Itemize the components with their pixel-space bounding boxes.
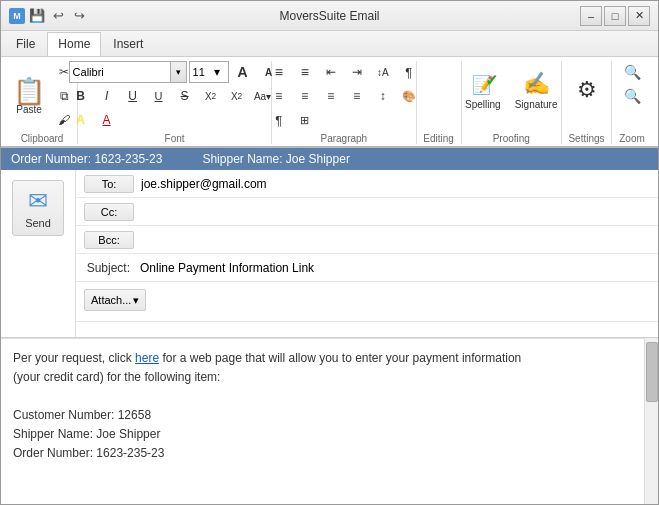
to-input[interactable] [137, 175, 658, 193]
signature-label: Signature [515, 99, 558, 110]
bullets-button[interactable]: ≡ [267, 61, 291, 83]
body-link[interactable]: here [135, 351, 159, 365]
order-info: Order Number: 1623-235-23 [11, 152, 162, 166]
underline2-button[interactable]: U [147, 85, 171, 107]
settings-button[interactable]: ⚙ [567, 61, 607, 119]
line-spacing-button[interactable]: ↕ [371, 85, 395, 107]
paragraph-group: ≡ ≡ ⇤ ⇥ ↕A ¶ ≡ ≡ ≡ ≡ ↕ 🎨 ¶ ⊞ [272, 61, 416, 144]
body-line1-before: Per your request, click [13, 351, 135, 365]
highlight-color-button[interactable]: A [69, 109, 93, 131]
send-label: Send [25, 217, 51, 229]
sort-button[interactable]: ↕A [371, 61, 395, 83]
bcc-input[interactable] [137, 231, 658, 249]
to-field-row: To: [76, 170, 658, 198]
spelling-button[interactable]: 📝 ✓ Spelling [460, 61, 506, 119]
body-line-2: (your credit card) for the following ite… [13, 368, 632, 387]
attach-label: Attach... [91, 294, 131, 306]
email-container: ✉ Send To: Cc: Bcc: Subject [1, 170, 658, 504]
window-controls: – □ ✕ [580, 6, 650, 26]
font-grow-button[interactable]: A [231, 61, 255, 83]
quick-access-toolbar: M 💾 ↩ ↪ [9, 7, 88, 25]
email-body[interactable]: Per your request, click here for a web p… [1, 338, 644, 505]
decrease-indent-button[interactable]: ⇤ [319, 61, 343, 83]
font-label: Font [165, 131, 185, 144]
paragraph-row-1: ≡ ≡ ⇤ ⇥ ↕A ¶ [267, 61, 421, 83]
cc-button[interactable]: Cc: [84, 203, 134, 221]
zoom-out-button[interactable]: 🔍 [620, 85, 644, 107]
align-center-button[interactable]: ≡ [293, 85, 317, 107]
cc-input[interactable] [137, 203, 658, 221]
clipboard-label: Clipboard [21, 131, 64, 144]
strikethrough-button[interactable]: S [173, 85, 197, 107]
minimize-button[interactable]: – [580, 6, 602, 26]
align-right-button[interactable]: ≡ [319, 85, 343, 107]
undo-quick-btn[interactable]: ↩ [49, 7, 67, 25]
bold-button[interactable]: B [69, 85, 93, 107]
close-button[interactable]: ✕ [628, 6, 650, 26]
increase-indent-button[interactable]: ⇥ [345, 61, 369, 83]
subject-input[interactable] [136, 259, 658, 277]
scroll-thumb[interactable] [646, 342, 658, 402]
paragraph-row-2: ≡ ≡ ≡ ≡ ↕ 🎨 [267, 85, 421, 107]
align-left-button[interactable]: ≡ [267, 85, 291, 107]
justify-button[interactable]: ≡ [345, 85, 369, 107]
paragraph-mark-button[interactable]: ¶ [267, 109, 291, 131]
shipper-value: Joe Shipper [286, 152, 350, 166]
proofing-group: 📝 ✓ Spelling ✍ Signature Proofing [462, 61, 562, 144]
proofing-group-content: 📝 ✓ Spelling ✍ Signature [460, 61, 562, 131]
paste-label: Paste [16, 104, 42, 115]
shipper-info: Shipper Name: Joe Shipper [202, 152, 349, 166]
font-size-dropdown-arrow[interactable]: ▾ [214, 65, 220, 79]
redo-quick-btn[interactable]: ↪ [70, 7, 88, 25]
underline-button[interactable]: U [121, 85, 145, 107]
tab-home[interactable]: Home [47, 32, 101, 56]
italic-button[interactable]: I [95, 85, 119, 107]
app-icon: M [9, 8, 25, 24]
subject-label: Subject: [76, 261, 136, 275]
to-button[interactable]: To: [84, 175, 134, 193]
send-button[interactable]: ✉ Send [12, 180, 64, 236]
send-icon: ✉ [28, 187, 48, 215]
cc-field-row: Cc: [76, 198, 658, 226]
font-color-button[interactable]: A [95, 109, 119, 131]
shipper-label: Shipper Name: [202, 152, 282, 166]
title-bar: M 💾 ↩ ↪ MoversSuite Email – □ ✕ [1, 1, 658, 31]
zoom-group: 🔍 🔍 Zoom [612, 61, 652, 144]
paste-button[interactable]: 📋 Paste [8, 67, 50, 125]
paragraph-group-content: ≡ ≡ ⇤ ⇥ ↕A ¶ ≡ ≡ ≡ ≡ ↕ 🎨 ¶ ⊞ [267, 61, 421, 131]
borders-button[interactable]: ⊞ [293, 109, 317, 131]
title-bar-left: M 💾 ↩ ↪ [9, 7, 88, 25]
numbering-button[interactable]: ≡ [293, 61, 317, 83]
body-line-4: Customer Number: 12658 [13, 406, 632, 425]
tab-insert[interactable]: Insert [102, 32, 154, 56]
bcc-button[interactable]: Bcc: [84, 231, 134, 249]
attach-arrow: ▾ [133, 294, 139, 307]
save-quick-btn[interactable]: 💾 [28, 7, 46, 25]
font-group-content: ▾ ▾ A A B I U U S X2 X2 [69, 61, 281, 131]
ribbon-tab-bar: File Home Insert [1, 31, 658, 57]
font-size-input[interactable] [190, 66, 214, 78]
signature-button[interactable]: ✍ Signature [510, 61, 563, 119]
body-line1-after: for a web page that will allow you to en… [159, 351, 521, 365]
zoom-label: Zoom [619, 131, 645, 144]
font-size-selector[interactable]: ▾ [189, 61, 229, 83]
font-name-input[interactable] [70, 66, 170, 78]
email-body-section: Per your request, click here for a web p… [1, 337, 658, 505]
scrollbar[interactable] [644, 338, 658, 505]
maximize-button[interactable]: □ [604, 6, 626, 26]
zoom-buttons: 🔍 🔍 [620, 61, 644, 107]
clipboard-group: 📋 Paste ✂ ⧉ 🖌 Clipboard [7, 61, 78, 144]
zoom-in-button[interactable]: 🔍 [620, 61, 644, 83]
subscript-button[interactable]: X2 [225, 85, 249, 107]
paste-icon: 📋 [13, 78, 45, 104]
font-name-selector[interactable]: ▾ [69, 61, 187, 83]
paragraph-label: Paragraph [320, 131, 367, 144]
font-name-dropdown-arrow[interactable]: ▾ [170, 62, 186, 82]
font-row-1: ▾ ▾ A A [69, 61, 281, 83]
attach-row: Attach... ▾ [76, 282, 658, 322]
superscript-button[interactable]: X2 [199, 85, 223, 107]
attach-button[interactable]: Attach... ▾ [84, 289, 146, 311]
tab-file[interactable]: File [5, 32, 46, 56]
email-form: ✉ Send To: Cc: Bcc: Subject [1, 170, 658, 337]
bcc-field-row: Bcc: [76, 226, 658, 254]
